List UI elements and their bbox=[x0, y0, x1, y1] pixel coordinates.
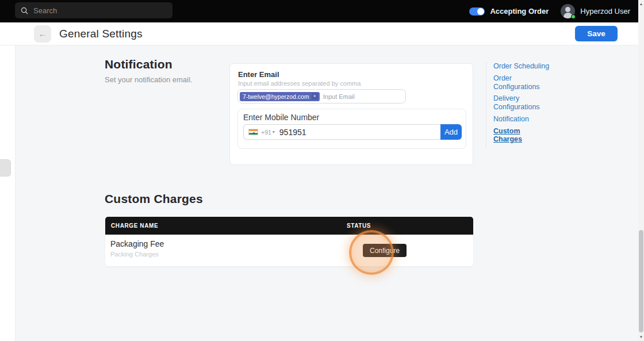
chip-remove-icon[interactable]: × bbox=[312, 93, 318, 99]
custom-charges-heading: Custom Charges bbox=[105, 192, 203, 206]
search-box[interactable] bbox=[15, 2, 172, 18]
column-status: STATUS bbox=[347, 217, 371, 235]
notification-card: Enter Email Input email addresses separa… bbox=[229, 63, 473, 165]
toggle-knob bbox=[477, 8, 484, 15]
page-title: General Settings bbox=[59, 22, 143, 45]
table-header: CHARGE NAME STATUS bbox=[105, 217, 473, 235]
topbar-right: Accepting Order Hyperzod User bbox=[469, 0, 630, 22]
enter-mobile-label: Enter Mobile Number bbox=[243, 113, 319, 122]
collapsed-sidebar-handle[interactable] bbox=[0, 159, 11, 177]
email-text-input[interactable] bbox=[323, 93, 404, 100]
email-chip: 7-twelve@hyperzod.com × bbox=[240, 92, 320, 101]
scroll-down-arrow-icon[interactable]: ▼ bbox=[638, 334, 644, 340]
country-code[interactable]: +91 bbox=[261, 129, 271, 136]
back-arrow-icon: ← bbox=[39, 29, 47, 39]
custom-charges-title: Custom Charges bbox=[105, 192, 203, 206]
india-flag-icon bbox=[248, 129, 258, 135]
configure-button[interactable]: Configure bbox=[363, 244, 407, 257]
email-input[interactable]: 7-twelve@hyperzod.com × bbox=[237, 89, 406, 104]
accepting-order-toggle[interactable] bbox=[469, 7, 485, 16]
accepting-order-label: Accepting Order bbox=[490, 7, 549, 16]
scroll-up-arrow-icon[interactable]: ▲ bbox=[638, 1, 644, 7]
page-scrollbar[interactable]: ▲ ▼ bbox=[638, 0, 644, 341]
charge-name: Packaging Fee bbox=[110, 239, 164, 248]
search-input[interactable] bbox=[33, 6, 167, 15]
phone-number-input[interactable] bbox=[279, 128, 436, 137]
nav-item-order-configurations[interactable]: Order Configurations bbox=[493, 74, 550, 91]
topbar: Accepting Order Hyperzod User bbox=[0, 0, 638, 22]
column-charge-name: CHARGE NAME bbox=[111, 217, 158, 235]
settings-nav: Order Scheduling Order Configurations De… bbox=[486, 62, 550, 147]
search-icon bbox=[21, 7, 33, 14]
user-avatar[interactable] bbox=[561, 4, 575, 18]
notification-section-heading: Notification Set your notification email… bbox=[105, 58, 192, 84]
chevron-down-icon[interactable]: ▾ bbox=[273, 129, 275, 135]
notification-subtitle: Set your notification email. bbox=[105, 75, 192, 84]
nav-item-notification[interactable]: Notification bbox=[493, 115, 550, 124]
save-button[interactable]: Save bbox=[575, 26, 618, 41]
nav-item-delivery-configurations[interactable]: Delivery Configurations bbox=[493, 94, 550, 112]
notification-title: Notification bbox=[105, 58, 192, 71]
email-hint: Input email addresses separated by comma bbox=[238, 80, 361, 87]
add-number-button[interactable]: Add bbox=[440, 124, 462, 140]
phone-field[interactable]: +91 ▾ bbox=[243, 124, 440, 140]
nav-item-custom-charges[interactable]: Custom Charges bbox=[493, 127, 550, 144]
table-row: Packaging Fee Packing Charges Configure bbox=[105, 235, 473, 266]
page-header: ← General Settings Save bbox=[0, 22, 638, 45]
app-root: Accepting Order Hyperzod User ← General … bbox=[0, 0, 644, 341]
phone-row: +91 ▾ Add bbox=[243, 124, 462, 140]
charge-description: Packing Charges bbox=[110, 251, 159, 258]
back-button[interactable]: ← bbox=[34, 25, 51, 43]
scrollbar-thumb[interactable] bbox=[639, 230, 643, 332]
email-chip-value: 7-twelve@hyperzod.com bbox=[243, 93, 309, 100]
user-name[interactable]: Hyperzod User bbox=[580, 7, 630, 16]
enter-email-label: Enter Email bbox=[238, 70, 279, 79]
custom-charges-table: CHARGE NAME STATUS Packaging Fee Packing… bbox=[105, 217, 473, 266]
online-status-dot bbox=[571, 14, 576, 19]
mobile-number-card: Enter Mobile Number +91 ▾ Add bbox=[237, 109, 466, 149]
nav-item-order-scheduling[interactable]: Order Scheduling bbox=[493, 62, 550, 71]
